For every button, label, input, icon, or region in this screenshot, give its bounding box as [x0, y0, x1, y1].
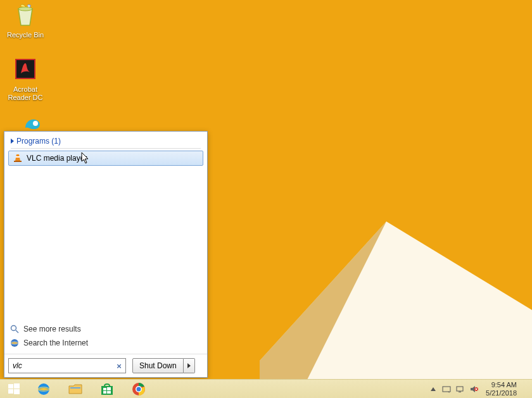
svg-marker-0 [260, 221, 532, 380]
search-results-area: Programs (1) VLC media player [4, 132, 207, 320]
see-more-label: See more results [23, 325, 81, 333]
taskbar-spacer [155, 380, 426, 398]
action-center-icon[interactable] [441, 384, 452, 394]
svg-rect-15 [14, 389, 20, 394]
svg-marker-32 [471, 386, 475, 392]
search-internet-label: Search the Internet [23, 339, 88, 347]
shutdown-options-button[interactable] [184, 358, 195, 373]
taskbar-item-internet-explorer[interactable] [28, 380, 60, 398]
search-footer-links: See more results Search the Internet [4, 320, 207, 354]
svg-rect-20 [103, 388, 106, 390]
system-tray: 9:54 AM 5/21/2018 [426, 380, 532, 398]
see-more-results-link[interactable]: See more results [8, 322, 203, 336]
chevron-right-icon [11, 139, 14, 144]
search-input-container: × [8, 358, 126, 373]
search-internet-link[interactable]: Search the Internet [8, 336, 203, 350]
clock-date: 5/21/2018 [486, 389, 517, 397]
svg-rect-30 [457, 387, 463, 391]
start-button[interactable] [0, 380, 28, 398]
desktop-icon-label: Recycle Bin [4, 31, 47, 39]
svg-rect-28 [443, 387, 450, 392]
svg-point-2 [18, 7, 32, 11]
results-section-label: Programs (1) [16, 137, 61, 146]
acrobat-icon [12, 57, 39, 84]
desktop-icon-recycle-bin[interactable]: Recycle Bin [4, 3, 47, 39]
volume-icon[interactable] [469, 384, 479, 394]
svg-rect-12 [8, 384, 13, 389]
svg-rect-21 [107, 387, 111, 390]
svg-point-26 [137, 387, 141, 391]
taskbar-clock[interactable]: 9:54 AM 5/21/2018 [483, 381, 521, 397]
svg-line-9 [16, 330, 18, 333]
svg-rect-13 [14, 383, 20, 389]
svg-rect-7 [14, 161, 22, 162]
internet-explorer-icon [35, 381, 52, 397]
vlc-icon [13, 153, 23, 163]
start-menu-bottom-row: × Shut Down [4, 354, 207, 377]
search-icon [10, 324, 20, 334]
section-divider [11, 148, 201, 149]
search-result-vlc[interactable]: VLC media player [8, 151, 203, 166]
search-input[interactable] [13, 361, 114, 370]
recycle-bin-icon [12, 3, 39, 29]
taskbar-item-google-chrome[interactable] [123, 380, 155, 398]
store-icon [99, 382, 115, 397]
chrome-icon [131, 382, 146, 397]
clock-time: 9:54 AM [486, 381, 517, 389]
tray-overflow-button[interactable] [429, 386, 438, 392]
svg-point-4 [33, 121, 38, 126]
taskbar-item-file-explorer[interactable] [60, 380, 91, 398]
wallpaper-fold [260, 221, 532, 380]
desktop-icon-label: Acrobat Reader DC [4, 85, 47, 102]
svg-rect-14 [8, 389, 13, 394]
taskbar-item-windows-store[interactable] [91, 380, 123, 398]
svg-rect-6 [16, 156, 20, 158]
clear-search-button[interactable]: × [114, 361, 124, 371]
svg-marker-1 [260, 221, 386, 380]
svg-point-8 [11, 326, 16, 331]
desktop-icon-acrobat-reader[interactable]: Acrobat Reader DC [4, 57, 47, 102]
svg-rect-18 [70, 387, 80, 389]
internet-icon [10, 338, 20, 348]
network-icon[interactable] [455, 384, 466, 394]
svg-marker-27 [431, 387, 436, 391]
shutdown-button[interactable]: Shut Down [132, 358, 184, 373]
svg-rect-31 [459, 392, 461, 392]
start-menu-search-panel: Programs (1) VLC media player See mo [4, 131, 208, 378]
chevron-right-icon [187, 363, 191, 368]
results-section-header[interactable]: Programs (1) [7, 135, 205, 148]
app-icon [23, 116, 43, 130]
windows-logo-icon [7, 382, 21, 396]
desktop-icon-app[interactable] [11, 116, 54, 132]
taskbar: 9:54 AM 5/21/2018 [0, 379, 532, 398]
shutdown-split-button: Shut Down [132, 358, 195, 373]
folder-icon [67, 381, 84, 397]
search-result-label: VLC media player [27, 154, 87, 163]
svg-rect-23 [107, 391, 111, 394]
svg-rect-22 [103, 391, 106, 394]
